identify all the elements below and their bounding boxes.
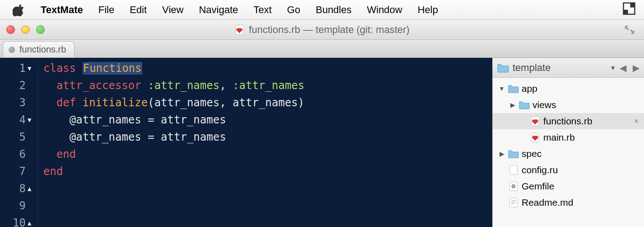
line-number: 1 [19,60,26,77]
gutter-line: 8▲ [0,180,37,197]
chevron-down-icon[interactable]: ▼ [610,64,616,71]
ruby-icon [530,132,541,142]
gutter-line: 7 [0,163,37,180]
code-line[interactable]: attr_accessor :attr_names, :attr_names [43,77,304,94]
file-browser-title[interactable]: template [513,62,604,74]
gear-icon [508,181,519,192]
gutter-line: 9 [0,197,37,214]
tree-file[interactable]: Gemfile [493,178,644,194]
menu-app-name[interactable]: TextMate [41,4,83,16]
menubar: TextMate File Edit View Navigate Text Go… [0,0,644,20]
menu-file[interactable]: File [98,4,114,16]
line-number: 7 [19,163,26,180]
fold-icon[interactable]: ▼ [28,60,34,77]
tree-folder[interactable]: ▼app [493,80,644,97]
menu-navigate[interactable]: Navigate [199,4,238,16]
tab-label: functions.rb [19,44,66,55]
gutter-line: 5 [0,128,37,146]
file-browser: template ▼ ◀ ▶ ▼app▶viewsfunctions.rb×ma… [492,58,644,227]
code-content[interactable]: class Functions attr_accessor :attr_name… [38,58,304,227]
nav-forward-button[interactable]: ▶ [633,62,639,73]
code-line[interactable]: end [43,163,304,180]
tree-folder[interactable]: ▶spec [493,146,644,162]
disclosure-icon[interactable]: ▼ [498,85,505,92]
file-icon [508,165,519,175]
ruby-file-icon [234,25,244,35]
svg-rect-2 [624,9,628,14]
ruby-icon [530,116,541,126]
menu-bundles[interactable]: Bundles [316,4,352,16]
line-number: 5 [19,128,26,146]
line-number: 6 [19,146,26,163]
text-icon [508,197,519,208]
tree-file[interactable]: Readme.md [493,194,644,211]
line-number: 4 [19,111,26,128]
line-number: 2 [19,77,26,94]
disclosure-icon[interactable]: ▶ [498,150,505,157]
code-line[interactable]: def initialize(attr_names, attr_names) [43,94,304,111]
folder-icon [519,100,530,109]
file-browser-header: template ▼ ◀ ▶ [493,58,644,78]
menu-text[interactable]: Text [253,4,271,16]
traffic-lights [6,25,45,34]
tree-file[interactable]: functions.rb× [493,113,644,129]
fullscreen-icon[interactable] [623,24,636,36]
svg-rect-9 [510,166,518,175]
svg-rect-13 [510,198,518,207]
gutter-line: 4▼ [0,111,37,128]
fold-icon[interactable]: ▼ [28,111,34,128]
tree-item-label: functions.rb [543,116,593,127]
line-number: 10 [13,214,26,227]
menu-extra-icon[interactable] [622,2,644,18]
fold-icon[interactable]: ▲ [28,180,34,197]
disclosure-icon[interactable]: ▶ [509,101,516,109]
line-number: 9 [19,197,26,214]
folder-icon [508,149,519,158]
titlebar: functions.rb — template (git: master) [0,20,644,40]
svg-point-12 [513,186,514,187]
tab-close-icon[interactable] [9,47,15,53]
tree-file[interactable]: config.ru [493,162,644,178]
window-title-text: functions.rb — template (git: master) [249,24,410,36]
menu-help[interactable]: Help [418,4,438,16]
tree-item-label: Readme.md [522,197,573,208]
main-split: 1▼234▼5678▲910▲ class Functions attr_acc… [0,58,644,227]
code-line[interactable]: @attr_names = attr_names [43,111,304,128]
line-gutter: 1▼234▼5678▲910▲ [0,58,38,227]
tree-file[interactable]: main.rb [493,129,644,146]
gutter-line: 1▼ [0,60,37,77]
code-line[interactable]: @attr_names = attr_names [43,128,304,146]
gutter-line: 6 [0,146,37,163]
tree-item-label: config.ru [522,165,558,175]
gutter-line: 2 [0,77,37,94]
menu-view[interactable]: View [162,4,183,16]
code-line[interactable]: class Functions [43,60,304,77]
zoom-button[interactable] [36,25,45,34]
close-button[interactable] [6,25,15,34]
menu-edit[interactable]: Edit [130,4,147,16]
gutter-line: 3 [0,94,37,111]
close-icon[interactable]: × [634,117,639,126]
menu-window[interactable]: Window [367,4,402,16]
line-number: 8 [19,180,26,197]
tree-item-label: main.rb [543,132,575,143]
tree-item-label: spec [522,148,541,159]
fold-icon[interactable]: ▲ [28,214,34,227]
menu-go[interactable]: Go [287,4,300,16]
apple-icon[interactable] [13,4,25,16]
minimize-button[interactable] [21,25,30,34]
tree-item-label: views [532,99,556,110]
nav-arrows: ◀ ▶ [620,62,639,73]
tree-folder[interactable]: ▶views [493,97,644,113]
folder-icon [508,84,519,93]
svg-rect-1 [630,3,635,7]
code-line[interactable]: end [43,146,304,163]
line-number: 3 [19,94,26,111]
code-editor[interactable]: 1▼234▼5678▲910▲ class Functions attr_acc… [0,58,492,227]
tree-item-label: app [522,83,537,94]
tree-item-label: Gemfile [522,181,554,192]
nav-back-button[interactable]: ◀ [620,62,626,73]
window-title: functions.rb — template (git: master) [234,24,410,36]
tab-functions-rb[interactable]: functions.rb [3,41,75,57]
tabbar: functions.rb [0,40,644,58]
